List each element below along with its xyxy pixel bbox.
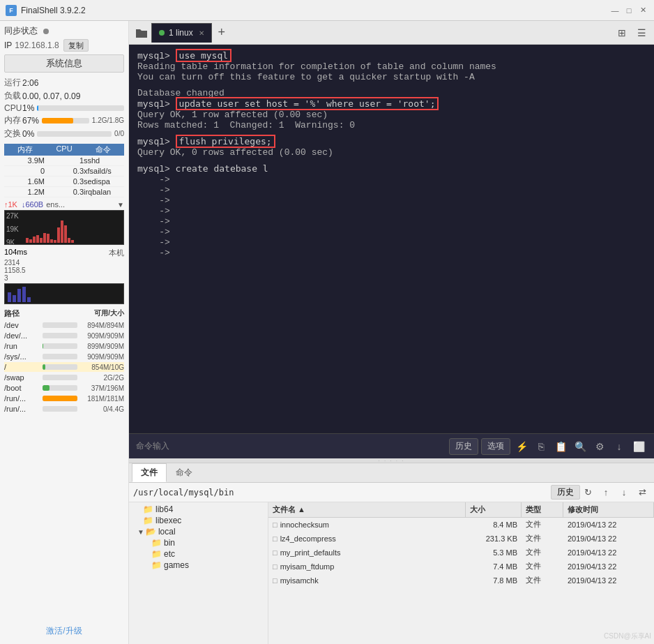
process-table: 内存 CPU 命令 3.9M 1 sshd 0 0.3 xfsaild/s 1.… (4, 144, 124, 197)
file-row-3[interactable]: □my_print_defaults 5.3 MB 文件 2019/04/13 … (268, 546, 654, 560)
file-header-time[interactable]: 修改时间 (563, 502, 654, 517)
settings-button[interactable]: ⚙ (591, 438, 608, 455)
file-path-input[interactable] (133, 488, 547, 497)
file-type-3: 文件 (522, 546, 563, 559)
tab-linux[interactable]: 1 linux ✕ (151, 23, 212, 43)
terminal-input-area: 命令输入 (136, 440, 449, 452)
disk-row-swap: /swap 2G/2G (4, 373, 124, 382)
disk-size-boot: 37M/196M (79, 384, 124, 392)
tab-grid-button[interactable]: ⊞ (612, 23, 632, 43)
disk-bar-fill-boot (43, 385, 50, 391)
tab-menu-button[interactable]: ☰ (632, 23, 651, 43)
file-download-button[interactable]: ↓ (616, 485, 632, 500)
disk-path-sys: /sys/... (4, 352, 40, 361)
file-row-2[interactable]: □lz4_decompress 231.3 KB 文件 2019/04/13 2… (268, 532, 654, 546)
folder-icon: 📁 (143, 504, 153, 514)
file-header-name[interactable]: 文件名 ▲ (268, 502, 466, 517)
tab-files[interactable]: 文件 (132, 463, 167, 482)
proc-row-2: 0 0.3 xfsaild/s (4, 166, 124, 177)
proc-cmd-4: irqbalan (84, 188, 123, 196)
file-type-4: 文件 (522, 560, 563, 573)
search-term-button[interactable]: 🔍 (572, 438, 588, 455)
bar-4 (36, 235, 39, 243)
tree-item-etc[interactable]: 📁 etc (130, 548, 266, 560)
ping-section: 104ms 本机 2314 1158.5 3 (4, 248, 124, 304)
proc-cpu-3: 0.3 (45, 177, 84, 186)
term-line-3: You can turn off this feature to get a q… (137, 72, 646, 82)
file-row-5[interactable]: □myisamchk 7.8 MB 文件 2019/04/13 22 (268, 574, 654, 587)
minimize-button[interactable]: — (609, 5, 621, 16)
file-row-1[interactable]: □innochecksum 8.4 MB 文件 2019/04/13 22 (268, 518, 654, 532)
proc-mem-1: 3.9M (6, 156, 45, 165)
tree-item-lib64[interactable]: 📁 lib64 (130, 504, 266, 515)
tree-label-games: games (164, 560, 189, 570)
file-action-button[interactable]: ⇄ (634, 485, 650, 500)
tree-item-local[interactable]: ▼ 📂 local (130, 526, 266, 537)
load-row: 负载 0.00, 0.07, 0.09 (4, 90, 124, 102)
term-line-15: -> (137, 185, 646, 195)
copy-term-button[interactable]: ⎘ (533, 438, 549, 455)
tree-label-bin: bin (164, 538, 175, 548)
fullscreen-button[interactable]: ⬜ (630, 438, 647, 455)
close-button[interactable]: ✕ (637, 5, 648, 16)
disk-bar-fill-run (43, 343, 43, 349)
copy-ip-button[interactable]: 复制 (63, 39, 89, 52)
file-history-button[interactable]: 历史 (551, 485, 580, 500)
file-header-size[interactable]: 大小 (466, 502, 522, 517)
disk-row-run: /run 899M/909M (4, 341, 124, 351)
add-tab-button[interactable]: + (213, 24, 230, 41)
bottom-panel: 文件 命令 历史 ↻ ↑ ↓ ⇄ (129, 463, 654, 644)
proc-row-4: 1.2M 0.3 irqbalan (4, 187, 124, 197)
command-input[interactable] (175, 441, 449, 451)
bottom-content: 历史 ↻ ↑ ↓ ⇄ 📁 lib64 (129, 483, 654, 644)
options-button[interactable]: 选项 (481, 438, 510, 455)
term-blank-3 (137, 158, 646, 163)
proc-mem-4: 1.2M (6, 188, 45, 196)
download-button[interactable]: ↓ (611, 438, 628, 455)
ip-row: IP 192.168.1.8 复制 (4, 39, 124, 52)
terminal[interactable]: mysql> use mysql Reading table informati… (129, 45, 654, 433)
disk-path-boot: /boot (4, 384, 40, 392)
cpu-bar-fill (37, 105, 38, 111)
file-type-2: 文件 (522, 532, 563, 545)
proc-cpu-1: 1 (45, 156, 84, 165)
app-title: FinalShell 3.9.2.2 (21, 6, 609, 15)
window-controls: — □ ✕ (609, 5, 648, 16)
file-refresh-button[interactable]: ↻ (580, 485, 595, 500)
folder-button[interactable] (132, 23, 151, 43)
disk-section: 路径 可用/大小 /dev 894M/894M /dev/... 909M/90… (4, 308, 124, 414)
term-line-16: -> (137, 195, 646, 206)
file-name-4: □myisam_ftdump (268, 561, 466, 572)
paste-button[interactable]: 📋 (552, 438, 569, 455)
activate-button[interactable]: 激活/升级 (4, 622, 124, 640)
bar-14 (71, 240, 74, 243)
disk-row-dev2: /dev/... 909M/909M (4, 331, 124, 340)
maximize-button[interactable]: □ (623, 5, 634, 16)
file-size-1: 8.4 MB (466, 519, 522, 530)
close-tab-button[interactable]: ✕ (199, 29, 204, 37)
ping-stat-3: 3 (4, 274, 124, 282)
bar-1 (26, 238, 29, 243)
file-header-type[interactable]: 类型 (522, 502, 563, 517)
bar-6 (43, 233, 46, 243)
tree-item-games[interactable]: 📁 games (130, 560, 266, 571)
runtime-value: 2:06 (22, 78, 38, 88)
tab-commands[interactable]: 命令 (167, 463, 201, 482)
file-row-4[interactable]: □myisam_ftdump 7.4 MB 文件 2019/04/13 22 (268, 560, 654, 574)
terminal-buttons: 历史 选项 ⚡ ⎘ 📋 🔍 ⚙ ↓ ⬜ (449, 438, 647, 455)
lightning-button[interactable]: ⚡ (513, 438, 530, 455)
proc-cmd-2: xfsaild/s (84, 167, 123, 175)
swap-label: 交换 (4, 128, 22, 140)
tree-item-libexec[interactable]: 📁 libexec (130, 515, 266, 526)
sysinfo-button[interactable]: 系统信息 (4, 54, 124, 73)
disk-path-run3: /run/... (4, 405, 40, 413)
disk-bar-root (43, 364, 77, 370)
file-size-5: 7.8 MB (466, 575, 522, 586)
disk-path-dev2: /dev/... (4, 331, 40, 340)
command-input-label: 命令输入 (136, 440, 169, 452)
load-label: 负载 (4, 90, 22, 102)
tree-item-bin[interactable]: 📁 bin (130, 537, 266, 548)
ping-local: 本机 (109, 248, 124, 258)
file-upload-button[interactable]: ↑ (598, 485, 614, 500)
history-button[interactable]: 历史 (449, 438, 478, 455)
